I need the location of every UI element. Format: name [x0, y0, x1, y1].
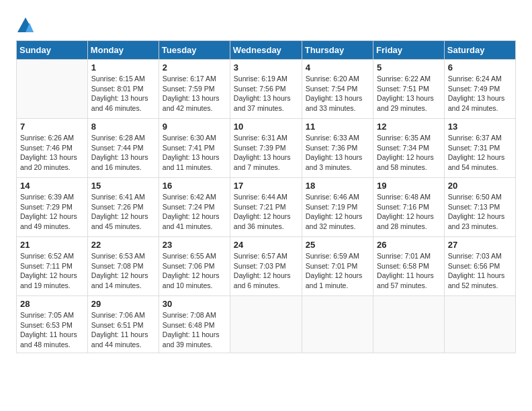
- header-cell-friday: Friday: [373, 41, 445, 60]
- day-info: Sunrise: 6:42 AMSunset: 7:24 PMDaylight:…: [163, 192, 226, 232]
- day-number: 10: [234, 122, 298, 132]
- week-row-5: 28Sunrise: 7:05 AMSunset: 6:53 PMDayligh…: [17, 296, 516, 353]
- day-info: Sunrise: 6:31 AMSunset: 7:39 PMDaylight:…: [234, 133, 298, 173]
- day-number: 5: [377, 62, 441, 73]
- day-info: Sunrise: 7:06 AMSunset: 6:51 PMDaylight:…: [91, 310, 155, 350]
- day-number: 21: [20, 240, 84, 250]
- calendar-cell: 23Sunrise: 6:55 AMSunset: 7:06 PMDayligh…: [159, 237, 230, 296]
- week-row-2: 7Sunrise: 6:26 AMSunset: 7:46 PMDaylight…: [17, 119, 516, 178]
- calendar-cell: 19Sunrise: 6:48 AMSunset: 7:16 PMDayligh…: [373, 178, 445, 237]
- calendar-cell: 2Sunrise: 6:17 AMSunset: 7:59 PMDaylight…: [159, 60, 230, 119]
- header-row: SundayMondayTuesdayWednesdayThursdayFrid…: [17, 41, 516, 60]
- day-info: Sunrise: 6:48 AMSunset: 7:16 PMDaylight:…: [377, 192, 441, 232]
- day-number: 3: [234, 62, 298, 73]
- day-number: 16: [163, 181, 226, 191]
- day-info: Sunrise: 6:17 AMSunset: 7:59 PMDaylight:…: [163, 74, 226, 113]
- calendar-cell: 30Sunrise: 7:08 AMSunset: 6:48 PMDayligh…: [159, 296, 230, 353]
- calendar-cell: 1Sunrise: 6:15 AMSunset: 8:01 PMDaylight…: [87, 60, 159, 119]
- header-cell-sunday: Sunday: [17, 41, 88, 60]
- calendar-cell: 12Sunrise: 6:35 AMSunset: 7:34 PMDayligh…: [373, 119, 445, 178]
- day-info: Sunrise: 6:46 AMSunset: 7:19 PMDaylight:…: [306, 192, 369, 232]
- day-number: 13: [448, 122, 512, 132]
- day-info: Sunrise: 6:37 AMSunset: 7:31 PMDaylight:…: [448, 133, 512, 173]
- day-number: 26: [377, 240, 441, 250]
- day-info: Sunrise: 6:26 AMSunset: 7:46 PMDaylight:…: [20, 133, 84, 173]
- calendar-cell: 9Sunrise: 6:30 AMSunset: 7:41 PMDaylight…: [159, 119, 230, 178]
- day-number: 8: [91, 122, 155, 132]
- calendar-cell: 16Sunrise: 6:42 AMSunset: 7:24 PMDayligh…: [159, 178, 230, 237]
- calendar-cell: 15Sunrise: 6:41 AMSunset: 7:26 PMDayligh…: [87, 178, 159, 237]
- day-number: 27: [448, 240, 512, 250]
- calendar-cell: [302, 296, 373, 353]
- week-row-1: 1Sunrise: 6:15 AMSunset: 8:01 PMDaylight…: [17, 60, 516, 119]
- calendar-cell: [230, 296, 302, 353]
- day-info: Sunrise: 6:39 AMSunset: 7:29 PMDaylight:…: [20, 192, 84, 232]
- day-info: Sunrise: 6:35 AMSunset: 7:34 PMDaylight:…: [377, 133, 441, 173]
- header-cell-tuesday: Tuesday: [159, 41, 230, 60]
- calendar-body: 1Sunrise: 6:15 AMSunset: 8:01 PMDaylight…: [17, 60, 516, 353]
- day-number: 18: [306, 181, 369, 191]
- day-info: Sunrise: 7:05 AMSunset: 6:53 PMDaylight:…: [20, 310, 84, 350]
- calendar-cell: [17, 60, 88, 119]
- day-info: Sunrise: 6:20 AMSunset: 7:54 PMDaylight:…: [306, 74, 369, 113]
- day-info: Sunrise: 7:08 AMSunset: 6:48 PMDaylight:…: [163, 310, 226, 350]
- calendar-cell: 3Sunrise: 6:19 AMSunset: 7:56 PMDaylight…: [230, 60, 302, 119]
- day-number: 15: [91, 181, 155, 191]
- day-info: Sunrise: 6:55 AMSunset: 7:06 PMDaylight:…: [163, 251, 226, 291]
- calendar-cell: 28Sunrise: 7:05 AMSunset: 6:53 PMDayligh…: [17, 296, 88, 353]
- day-number: 17: [234, 181, 298, 191]
- day-info: Sunrise: 6:30 AMSunset: 7:41 PMDaylight:…: [163, 133, 226, 173]
- calendar-cell: 5Sunrise: 6:22 AMSunset: 7:51 PMDaylight…: [373, 60, 445, 119]
- day-info: Sunrise: 6:59 AMSunset: 7:01 PMDaylight:…: [306, 251, 369, 291]
- day-info: Sunrise: 6:53 AMSunset: 7:08 PMDaylight:…: [91, 251, 155, 291]
- day-number: 23: [163, 240, 226, 250]
- day-info: Sunrise: 6:33 AMSunset: 7:36 PMDaylight:…: [306, 133, 369, 173]
- calendar-cell: 6Sunrise: 6:24 AMSunset: 7:49 PMDaylight…: [444, 60, 515, 119]
- calendar-cell: 8Sunrise: 6:28 AMSunset: 7:44 PMDaylight…: [87, 119, 159, 178]
- week-row-4: 21Sunrise: 6:52 AMSunset: 7:11 PMDayligh…: [17, 237, 516, 296]
- logo-icon: [16, 16, 35, 35]
- day-number: 29: [91, 299, 155, 309]
- calendar-cell: 11Sunrise: 6:33 AMSunset: 7:36 PMDayligh…: [302, 119, 373, 178]
- day-info: Sunrise: 6:15 AMSunset: 8:01 PMDaylight:…: [91, 74, 155, 113]
- day-number: 24: [234, 240, 298, 250]
- header-cell-wednesday: Wednesday: [230, 41, 302, 60]
- day-info: Sunrise: 7:01 AMSunset: 6:58 PMDaylight:…: [377, 251, 441, 291]
- day-number: 2: [163, 62, 226, 73]
- calendar-cell: 21Sunrise: 6:52 AMSunset: 7:11 PMDayligh…: [17, 237, 88, 296]
- calendar-cell: 24Sunrise: 6:57 AMSunset: 7:03 PMDayligh…: [230, 237, 302, 296]
- day-number: 20: [448, 181, 512, 191]
- day-info: Sunrise: 6:57 AMSunset: 7:03 PMDaylight:…: [234, 251, 298, 291]
- day-number: 12: [377, 122, 441, 132]
- day-info: Sunrise: 6:52 AMSunset: 7:11 PMDaylight:…: [20, 251, 84, 291]
- calendar-cell: 29Sunrise: 7:06 AMSunset: 6:51 PMDayligh…: [87, 296, 159, 353]
- calendar-cell: 14Sunrise: 6:39 AMSunset: 7:29 PMDayligh…: [17, 178, 88, 237]
- day-info: Sunrise: 6:50 AMSunset: 7:13 PMDaylight:…: [448, 192, 512, 232]
- calendar-cell: 18Sunrise: 6:46 AMSunset: 7:19 PMDayligh…: [302, 178, 373, 237]
- day-number: 1: [91, 62, 155, 73]
- day-number: 6: [448, 62, 512, 73]
- day-number: 7: [20, 122, 84, 132]
- day-number: 11: [306, 122, 369, 132]
- calendar-cell: 22Sunrise: 6:53 AMSunset: 7:08 PMDayligh…: [87, 237, 159, 296]
- calendar-header: SundayMondayTuesdayWednesdayThursdayFrid…: [17, 41, 516, 60]
- day-info: Sunrise: 7:03 AMSunset: 6:56 PMDaylight:…: [448, 251, 512, 291]
- day-info: Sunrise: 6:44 AMSunset: 7:21 PMDaylight:…: [234, 192, 298, 232]
- calendar-cell: 17Sunrise: 6:44 AMSunset: 7:21 PMDayligh…: [230, 178, 302, 237]
- day-number: 9: [163, 122, 226, 132]
- page-header: [16, 13, 516, 35]
- logo: [16, 16, 38, 35]
- day-info: Sunrise: 6:41 AMSunset: 7:26 PMDaylight:…: [91, 192, 155, 232]
- day-info: Sunrise: 6:24 AMSunset: 7:49 PMDaylight:…: [448, 74, 512, 113]
- header-cell-saturday: Saturday: [444, 41, 515, 60]
- day-number: 25: [306, 240, 369, 250]
- calendar-cell: 13Sunrise: 6:37 AMSunset: 7:31 PMDayligh…: [444, 119, 515, 178]
- calendar-cell: 20Sunrise: 6:50 AMSunset: 7:13 PMDayligh…: [444, 178, 515, 237]
- day-number: 19: [377, 181, 441, 191]
- calendar-cell: [373, 296, 445, 353]
- calendar-cell: 25Sunrise: 6:59 AMSunset: 7:01 PMDayligh…: [302, 237, 373, 296]
- calendar-cell: 10Sunrise: 6:31 AMSunset: 7:39 PMDayligh…: [230, 119, 302, 178]
- week-row-3: 14Sunrise: 6:39 AMSunset: 7:29 PMDayligh…: [17, 178, 516, 237]
- header-cell-monday: Monday: [87, 41, 159, 60]
- calendar-table: SundayMondayTuesdayWednesdayThursdayFrid…: [16, 40, 516, 353]
